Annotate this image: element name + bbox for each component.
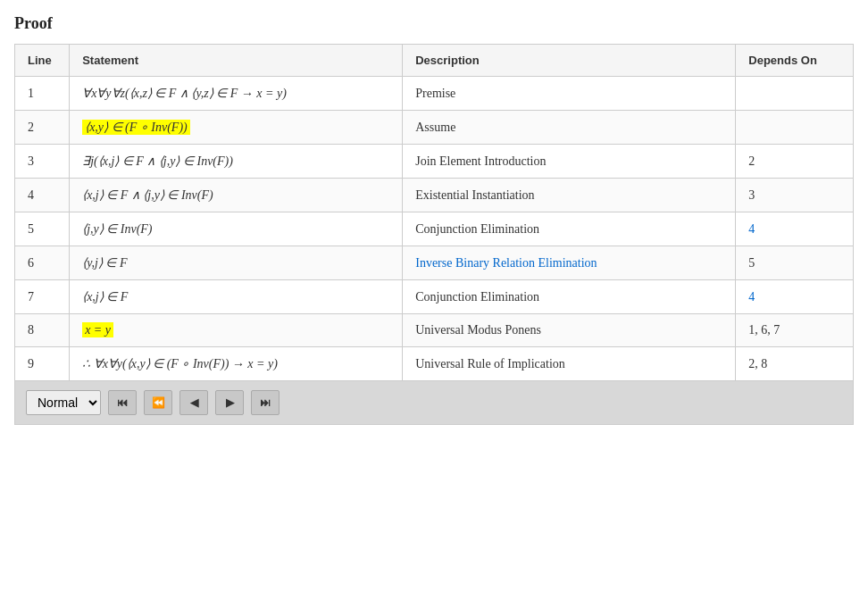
nav-first-button[interactable]: ⏮ xyxy=(108,390,137,415)
cell-line: 1 xyxy=(15,77,70,111)
cell-depends: 5 xyxy=(736,246,854,280)
cell-statement: ∴ ∀x∀y(⟨x,y⟩ ∈ (F ∘ Inv(F)) → x = y) xyxy=(70,347,403,381)
cell-description: Conjunction Elimination xyxy=(403,280,736,314)
cell-depends: 3 xyxy=(736,179,854,212)
col-header-statement: Statement xyxy=(70,45,403,77)
proof-container: Proof Line Statement Description Depends… xyxy=(14,14,854,425)
table-row: 8x = yUniversal Modus Ponens1, 6, 7 xyxy=(15,314,854,347)
proof-table: Line Statement Description Depends On 1∀… xyxy=(14,44,854,381)
cell-statement: ⟨x,j⟩ ∈ F ∧ ⟨j,y⟩ ∈ Inv(F) xyxy=(70,179,403,212)
cell-line: 7 xyxy=(15,280,70,314)
table-row: 4⟨x,j⟩ ∈ F ∧ ⟨j,y⟩ ∈ Inv(F)Existential I… xyxy=(15,179,854,212)
desc-link[interactable]: Inverse Binary Relation Elimination xyxy=(415,256,597,270)
cell-line: 8 xyxy=(15,314,70,347)
cell-line: 4 xyxy=(15,179,70,212)
cell-line: 9 xyxy=(15,347,70,381)
cell-statement: x = y xyxy=(70,314,403,347)
table-row: 6⟨y,j⟩ ∈ FInverse Binary Relation Elimin… xyxy=(15,246,854,280)
cell-statement: ⟨y,j⟩ ∈ F xyxy=(70,246,403,280)
table-row: 2⟨x,y⟩ ∈ (F ∘ Inv(F))Assume xyxy=(15,111,854,145)
col-header-description: Description xyxy=(403,45,736,77)
cell-statement: ⟨x,j⟩ ∈ F xyxy=(70,280,403,314)
cell-statement: ∃j(⟨x,j⟩ ∈ F ∧ ⟨j,y⟩ ∈ Inv(F)) xyxy=(70,145,403,179)
cell-depends xyxy=(736,77,854,111)
cell-depends: 4 xyxy=(736,280,854,314)
cell-description: Join Element Introduction xyxy=(403,145,736,179)
cell-line: 3 xyxy=(15,145,70,179)
cell-description: Conjunction Elimination xyxy=(403,212,736,246)
proof-title: Proof xyxy=(14,14,854,33)
dep-link[interactable]: 4 xyxy=(748,222,755,236)
mode-select[interactable]: Normal Step Fast xyxy=(26,390,101,415)
nav-next-button[interactable]: ▶ xyxy=(215,390,244,415)
cell-statement: ∀x∀y∀z(⟨x,z⟩ ∈ F ∧ ⟨y,z⟩ ∈ F → x = y) xyxy=(70,77,403,111)
table-row: 9∴ ∀x∀y(⟨x,y⟩ ∈ (F ∘ Inv(F)) → x = y)Uni… xyxy=(15,347,854,381)
cell-depends: 2 xyxy=(736,145,854,179)
cell-description: Premise xyxy=(403,77,736,111)
nav-prev-big-button[interactable]: ⏪ xyxy=(144,390,172,415)
cell-line: 2 xyxy=(15,111,70,145)
col-header-depends: Depends On xyxy=(736,45,854,77)
cell-description: Assume xyxy=(403,111,736,145)
cell-description: Inverse Binary Relation Elimination xyxy=(403,246,736,280)
cell-depends xyxy=(736,111,854,145)
cell-line: 6 xyxy=(15,246,70,280)
table-row: 7⟨x,j⟩ ∈ FConjunction Elimination4 xyxy=(15,280,854,314)
table-row: 3∃j(⟨x,j⟩ ∈ F ∧ ⟨j,y⟩ ∈ Inv(F))Join Elem… xyxy=(15,145,854,179)
nav-last-button[interactable]: ⏭ xyxy=(251,390,280,415)
cell-depends: 2, 8 xyxy=(736,347,854,381)
cell-depends: 4 xyxy=(736,212,854,246)
cell-description: Universal Modus Ponens xyxy=(403,314,736,347)
dep-link[interactable]: 4 xyxy=(748,290,755,304)
cell-description: Existential Instantiation xyxy=(403,179,736,212)
toolbar: Normal Step Fast ⏮ ⏪ ◀ ▶ ⏭ xyxy=(14,381,854,425)
col-header-line: Line xyxy=(15,45,70,77)
cell-statement: ⟨j,y⟩ ∈ Inv(F) xyxy=(70,212,403,246)
nav-prev-button[interactable]: ◀ xyxy=(179,390,208,415)
cell-depends: 1, 6, 7 xyxy=(736,314,854,347)
cell-statement: ⟨x,y⟩ ∈ (F ∘ Inv(F)) xyxy=(70,111,403,145)
table-row: 1∀x∀y∀z(⟨x,z⟩ ∈ F ∧ ⟨y,z⟩ ∈ F → x = y)Pr… xyxy=(15,77,854,111)
table-row: 5⟨j,y⟩ ∈ Inv(F)Conjunction Elimination4 xyxy=(15,212,854,246)
cell-description: Universal Rule of Implication xyxy=(403,347,736,381)
cell-line: 5 xyxy=(15,212,70,246)
